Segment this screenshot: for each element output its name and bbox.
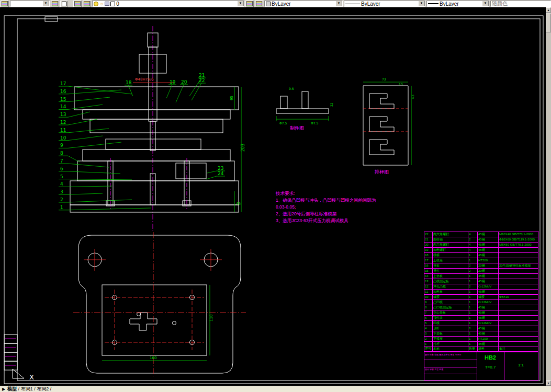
bom-cell-mat: 45钢 [478, 253, 499, 258]
dim-upper: 95 [230, 96, 234, 100]
bom-cell-name: 卸料板 [433, 290, 468, 295]
bom-cell-mat: 45钢 [478, 331, 499, 337]
callout-17: 17 [60, 81, 66, 86]
bom-header-cell: 序号 [424, 347, 433, 352]
bom-cell-qty: 1 [468, 316, 478, 321]
bom-cell-name: 内六角螺钉 [433, 243, 468, 248]
layer-properties-button[interactable] [51, 1, 59, 7]
chevron-down-icon[interactable]: ▼ [42, 1, 49, 7]
titleblock-revision-row: 标记 处数 分区 更改文件号 签名 年月日 [425, 353, 476, 356]
callout-24: 24 [218, 171, 224, 176]
bom-cell-qty: 1 [468, 331, 478, 337]
material-thickness: T=0.7 [477, 365, 504, 370]
bom-cell-no: 6 [424, 316, 433, 321]
linetype-combo[interactable]: ByLayer ▼ [344, 1, 425, 7]
bottom-dim-height: 110 [209, 315, 213, 321]
tab-layout1[interactable]: 布局1 [21, 386, 33, 391]
bom-cell-mat: 45钢 [478, 274, 499, 279]
chevron-down-icon[interactable]: ▼ [237, 1, 244, 7]
bom-header-cell: 备注 [499, 347, 538, 352]
lock-icon[interactable] [105, 2, 109, 6]
bom-cell-mat: 45钢 [478, 316, 499, 321]
bom-cell-note: Φ10X60 GB/T119.1-2000 [499, 237, 538, 243]
bom-cell-name: 顶杆 [433, 326, 468, 331]
part-dim: 9.5 [289, 87, 294, 90]
sun-icon[interactable]: ☼ [99, 2, 104, 6]
chevron-down-icon[interactable]: ▼ [482, 1, 489, 7]
bom-cell-no: 5 [424, 321, 433, 326]
bom-cell-mat: 20钢 [478, 263, 499, 269]
tab-separator: / [17, 386, 21, 391]
bom-header-cell: 名称 [433, 347, 468, 352]
technical-requirements: 技术要求: 1、确保凸凹模与冲头，凸凹模与凹模之间的间隙为0.03-0.05;2… [276, 190, 401, 224]
tech-line: 2、选用20号后侧导柱标准模架 [276, 211, 401, 217]
callout-12: 12 [60, 120, 66, 125]
bom-cell-mat: 45钢 [478, 310, 499, 316]
scroll-up-icon[interactable]: ▲ [546, 7, 551, 13]
chevron-down-icon[interactable]: ▼ [418, 1, 425, 7]
bom-cell-no: 10 [424, 295, 433, 300]
titleblock-divider [424, 374, 477, 374]
layer-states-button[interactable] [73, 1, 82, 7]
properties-button[interactable] [255, 1, 263, 7]
layer-combo[interactable]: ☼ 0 ▼ [92, 1, 244, 7]
layer-color-chip-icon [110, 2, 115, 6]
bom-cell-no: 19 [424, 248, 433, 253]
bom-header-cell: 数量 [468, 347, 478, 352]
callout-6: 6 [60, 166, 63, 171]
dim-height: 203 [241, 144, 245, 152]
tab-scroll-icon[interactable]: ▶ [2, 387, 5, 391]
bom-cell-qty: 1 [468, 258, 478, 263]
scrollbar-thumb[interactable] [546, 14, 551, 32]
bom-cell-note [499, 300, 538, 305]
bom-cell-note [499, 279, 538, 284]
scroll-down-icon[interactable]: ▼ [546, 381, 551, 386]
part-dim: Φ7.5 [311, 121, 318, 125]
strip-dim: 6.5 [411, 95, 414, 99]
bom-cell-qty: 1 [468, 321, 478, 326]
bom-cell-no: 12 [424, 284, 433, 290]
bom-cell-name: 导柱 [433, 269, 468, 274]
layer-previous-button[interactable] [83, 1, 91, 7]
callout-16: 16 [60, 89, 66, 94]
callout-18: 18 [126, 80, 132, 85]
tab-separator: / [49, 386, 51, 391]
match-properties-button[interactable] [245, 1, 254, 7]
lineweight-combo[interactable]: ByLayer ▼ [426, 1, 489, 7]
color-combo[interactable]: ByLayer ▼ [264, 1, 343, 7]
tab-model[interactable]: 模型 [7, 386, 17, 391]
chevron-down-icon[interactable]: ▼ [335, 1, 342, 7]
layer-previous-icon [84, 1, 90, 6]
bom-cell-no: 16 [424, 263, 433, 269]
linetype-sample-icon [345, 4, 360, 4]
callout-21: 21 [199, 73, 205, 78]
plotstyle-combo[interactable]: 随颜色 [490, 1, 551, 7]
tech-line: 3、选用JC23-63开式压力机调试模具 [276, 217, 401, 224]
app-grid-icon[interactable] [1, 1, 9, 7]
bom-row: 11卸料板145钢 [424, 290, 539, 295]
bom-table: 22内六角螺钉445钢M10X40 GB/T70.1-200021圆柱销245钢… [424, 232, 539, 347]
bom-cell-note [499, 326, 538, 331]
layers-icon [2, 1, 8, 6]
bom-cell-no: 22 [424, 232, 433, 237]
layer-filter-combo[interactable]: ▼ [10, 1, 50, 7]
bom-row: 10橡胶1橡胶Φ8X30 [424, 295, 539, 300]
callout-13: 13 [60, 112, 66, 117]
bulb-icon[interactable] [94, 2, 98, 6]
bom-cell-no: 7 [424, 310, 433, 316]
color-chip-icon [266, 2, 271, 6]
drawing-canvas[interactable]: 203 95 45 Φ48H7/u6 171615141312111098765… [0, 7, 546, 386]
object-properties-toolbar: ▼ ☼ 0 ▼ ByLayer ▼ ByLayer ▼ ByLayer ▼ 随颜… [0, 0, 551, 7]
tech-lines: 1、确保凸凹模与冲头，凸凹模与凹模之间的间隙为0.03-0.05;2、选用20号… [276, 197, 401, 224]
left-margin-boxes [4, 335, 17, 370]
bom-cell-note [499, 316, 538, 321]
bom-cell-no: 21 [424, 237, 433, 243]
tab-layout2[interactable]: 布局2 [37, 386, 49, 391]
make-layer-current-button[interactable] [60, 1, 68, 7]
callout-8: 8 [60, 151, 63, 156]
strip-dim: 3.5 [399, 83, 403, 86]
vertical-scrollbar[interactable]: ▲ ▼ [546, 7, 551, 386]
bom-cell-note [499, 321, 538, 326]
bom-row: 22内六角螺钉445钢M10X40 GB/T70.1-2000 [424, 232, 539, 237]
callout-22: 22 [199, 78, 205, 83]
